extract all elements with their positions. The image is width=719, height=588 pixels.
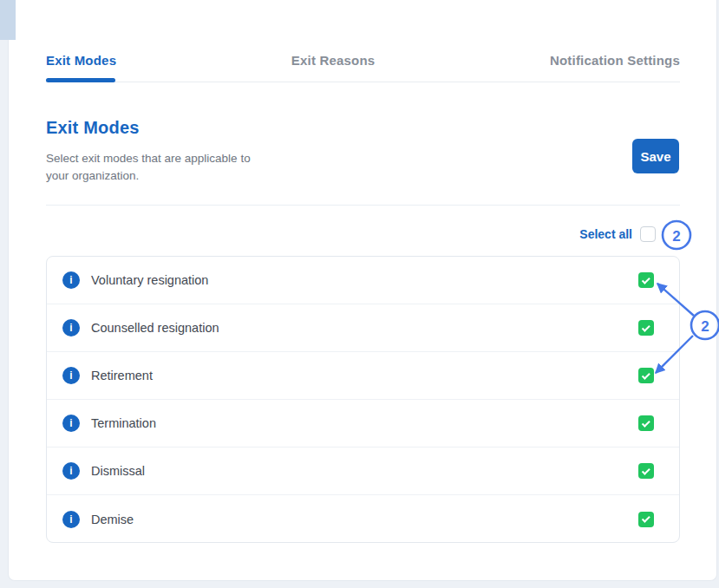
info-icon[interactable]: i xyxy=(62,462,80,480)
check-icon xyxy=(641,514,650,523)
check-icon xyxy=(641,466,650,474)
select-all-label[interactable]: Select all xyxy=(579,227,632,241)
exit-mode-checkbox[interactable] xyxy=(638,320,654,336)
select-all-row: Select all xyxy=(46,225,680,243)
tab-notification-settings[interactable]: Notification Settings xyxy=(550,53,680,68)
save-button[interactable]: Save xyxy=(632,139,679,173)
tab-divider xyxy=(46,82,680,82)
settings-card: Exit Modes Exit Reasons Notification Set… xyxy=(8,0,717,581)
exit-mode-label: Retirement xyxy=(91,369,153,382)
select-all-checkbox[interactable] xyxy=(640,226,656,242)
background-artifact xyxy=(0,0,16,40)
check-icon xyxy=(641,370,650,379)
check-icon xyxy=(641,418,650,427)
info-icon[interactable]: i xyxy=(62,319,80,336)
exit-mode-row: i Counselled resignation xyxy=(47,304,679,352)
exit-mode-label: Termination xyxy=(91,416,156,430)
check-icon xyxy=(641,275,650,284)
exit-modes-list: i Voluntary resignation i Counselled res… xyxy=(46,256,680,543)
exit-mode-label: Dismissal xyxy=(91,464,145,478)
exit-mode-row: i Retirement xyxy=(47,352,679,400)
tab-bar: Exit Modes Exit Reasons Notification Set… xyxy=(46,53,680,68)
exit-mode-checkbox[interactable] xyxy=(638,272,654,288)
info-icon[interactable]: i xyxy=(62,415,80,432)
active-tab-indicator xyxy=(46,78,115,82)
info-icon[interactable]: i xyxy=(62,367,80,384)
exit-mode-label: Demise xyxy=(91,513,134,526)
exit-mode-checkbox[interactable] xyxy=(638,415,654,431)
info-icon[interactable]: i xyxy=(62,511,80,528)
tab-exit-reasons[interactable]: Exit Reasons xyxy=(291,53,376,68)
exit-mode-row: i Voluntary resignation xyxy=(47,257,679,304)
info-icon[interactable]: i xyxy=(62,271,80,289)
exit-mode-row: i Termination xyxy=(47,400,679,448)
check-icon xyxy=(641,323,650,331)
exit-mode-label: Voluntary resignation xyxy=(91,273,208,287)
page-description: Select exit modes that are applicable to… xyxy=(46,150,275,185)
exit-mode-checkbox[interactable] xyxy=(638,368,654,383)
exit-mode-label: Counselled resignation xyxy=(91,321,219,335)
tab-exit-modes[interactable]: Exit Modes xyxy=(46,53,116,68)
exit-mode-checkbox[interactable] xyxy=(638,512,654,527)
exit-mode-row: i Dismissal xyxy=(47,448,679,495)
section-divider xyxy=(46,205,680,206)
exit-mode-checkbox[interactable] xyxy=(638,463,654,479)
exit-mode-row: i Demise xyxy=(47,495,679,543)
page-title: Exit Modes xyxy=(46,118,140,138)
